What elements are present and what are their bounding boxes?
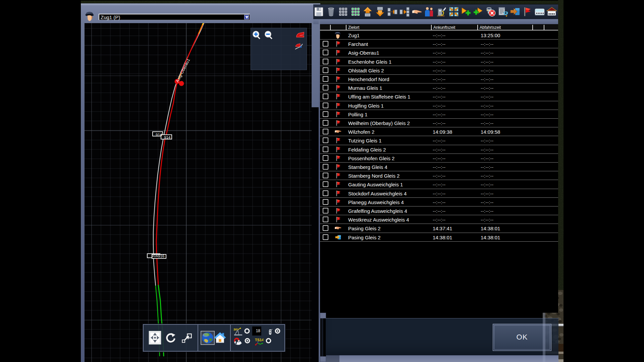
toolbar-button-add-before[interactable] [473, 6, 484, 17]
table-row[interactable]: Weilheim (Oberbay) Gleis 2--:--:----:--:… [320, 119, 558, 127]
row-checkbox[interactable] [323, 50, 328, 55]
row-checkbox[interactable] [323, 146, 328, 152]
table-row[interactable]: Henchendorf Nord--:--:----:--:-- [320, 75, 558, 83]
red-switch-icon[interactable] [296, 30, 305, 40]
red-switch-curve-icon[interactable] [294, 43, 304, 52]
toolbar-button-people[interactable] [424, 6, 434, 17]
table-row[interactable]: Zug1--:--:--13:25:00 [320, 31, 558, 40]
row-checkbox[interactable] [323, 137, 328, 143]
table-row[interactable]: Uffing am Staffelsee Gleis 1--:--:----:-… [320, 92, 558, 101]
table-row[interactable]: Ohlstadt Gleis 2--:--:----:--:-- [320, 66, 558, 75]
magnet-radio[interactable] [245, 338, 250, 344]
train-selector-dropdown-button[interactable] [244, 15, 249, 19]
table-row[interactable]: Murnau Gleis 1--:--:----:--:-- [320, 83, 558, 92]
pin-radio[interactable] [275, 328, 280, 334]
train-selector[interactable]: Zug1 (P) [99, 14, 250, 20]
zoom-in-button[interactable] [252, 31, 261, 40]
row-checkbox[interactable] [323, 190, 328, 196]
toolbar-button-couple[interactable] [387, 6, 398, 17]
row-checkbox[interactable] [323, 85, 328, 90]
dialog-scrollbar[interactable] [320, 313, 326, 362]
row-checkbox[interactable] [323, 41, 328, 47]
toolbar-button-depot[interactable] [546, 6, 557, 17]
table-row[interactable]: Polling 1--:--:----:--:-- [320, 110, 558, 119]
row-checkbox[interactable] [323, 208, 328, 214]
row-checkbox[interactable] [323, 120, 328, 126]
globe-button[interactable] [201, 331, 215, 345]
row-checkbox[interactable] [323, 173, 328, 178]
toolbar-button-grid-green[interactable] [350, 6, 361, 17]
toolbar-button-save[interactable] [313, 6, 324, 17]
row-checkbox[interactable] [323, 76, 328, 82]
track-id-label: 914 [164, 136, 170, 139]
row-checkbox[interactable] [323, 225, 328, 231]
toolbar-button-enter-depot[interactable] [510, 6, 521, 17]
scrollbar-up-button[interactable] [320, 313, 326, 318]
toolbar-button-hand[interactable] [412, 6, 422, 17]
row-checkbox[interactable] [323, 59, 328, 64]
table-row[interactable]: Starnberg Gleis 4--:--:----:--:-- [320, 163, 558, 171]
remove-train-icon [485, 6, 496, 17]
rotate-button[interactable] [165, 332, 176, 344]
toolbar-button-load-up[interactable] [362, 6, 373, 17]
destination-name: Zug1 [348, 33, 360, 38]
row-checkbox[interactable] [323, 199, 328, 205]
toolbar-button-train-side[interactable] [534, 6, 545, 17]
arrival-time: --:--:-- [433, 182, 445, 187]
destination-name: Grafelfing Ausweichgleis 4 [348, 208, 407, 214]
table-row[interactable]: Grafelfing Ausweichgleis 4--:--:----:--:… [320, 206, 558, 215]
toolbar-button-decouple[interactable] [399, 6, 410, 17]
table-row[interactable]: Feldafing Gleis 2--:--:----:--:-- [320, 145, 558, 154]
toolbar-button-expand[interactable] [448, 6, 459, 17]
table-row[interactable]: Planegg Ausweichgleis 4--:--:----:--:-- [320, 198, 558, 206]
angle-snap-radio[interactable] [244, 328, 250, 334]
table-row[interactable]: Pasing Gleis 214:37:4114:38:01 [320, 224, 558, 233]
toolbar-button-fuel[interactable] [436, 6, 447, 17]
people-icon [424, 6, 434, 17]
ts14-radio[interactable] [266, 338, 271, 344]
row-checkbox[interactable] [323, 103, 328, 108]
row-checkbox[interactable] [323, 164, 328, 170]
table-row[interactable]: Pasing Gleis 214:38:0114:38:01 [320, 233, 558, 242]
hand-icon [335, 128, 341, 135]
table-row[interactable]: Starnberg Nord Gleis 2--:--:----:--:-- [320, 171, 558, 180]
table-row[interactable]: Asig-Oberau1--:--:----:--:-- [320, 48, 558, 57]
row-checkbox[interactable] [323, 217, 328, 222]
row-checkbox[interactable] [323, 94, 328, 99]
toolbar-button-properties[interactable] [497, 6, 508, 17]
scrollbar-down-button[interactable] [320, 356, 326, 362]
toolbar-button-flag[interactable] [522, 6, 533, 17]
table-row[interactable]: Huglfing Gleis 1--:--:----:--:-- [320, 101, 558, 110]
toolbar-button-add-after[interactable] [461, 6, 471, 17]
toolbar-button-grid-white[interactable] [338, 6, 348, 17]
train-side-icon [534, 6, 545, 17]
row-checkbox[interactable] [323, 155, 328, 161]
row-checkbox[interactable] [323, 129, 328, 134]
departure-time: --:--:-- [481, 208, 493, 214]
row-checkbox[interactable] [323, 67, 328, 73]
zoom-out-button[interactable] [264, 31, 273, 40]
transform-button[interactable] [181, 332, 193, 344]
table-row[interactable]: Tutzing Gleis 1--:--:----:--:-- [320, 136, 558, 145]
toolbar-button-trash[interactable] [326, 6, 336, 17]
destination-name: Westkreuz Ausweichgleis 4 [348, 217, 409, 223]
couple-icon [387, 6, 398, 17]
table-row[interactable]: Gauting Ausweichgleis 1--:--:----:--:-- [320, 180, 558, 189]
row-checkbox[interactable] [323, 111, 328, 117]
scrollbar-track[interactable] [322, 318, 323, 356]
table-row[interactable]: Farchant--:--:----:--:-- [320, 40, 558, 48]
grid-size-input[interactable]: 18 [252, 326, 261, 336]
header-separator [346, 25, 346, 30]
table-row[interactable]: Westkreuz Ausweichgleis 4--:--:----:--:-… [320, 215, 558, 224]
table-row[interactable]: Eschenlohe Gleis 1--:--:----:--:-- [320, 57, 558, 66]
table-row[interactable]: Wilzhofen 214:09:3814:09:58 [320, 127, 558, 136]
track-map[interactable]: 914914916916Asig-Oberau1 18 [85, 23, 312, 362]
pan-button[interactable] [149, 330, 161, 345]
toolbar-button-remove-train[interactable] [485, 6, 496, 17]
table-row[interactable]: Stockdorf Ausweichgleis 4--:--:----:--:-… [320, 189, 558, 198]
table-row[interactable]: Possenhofen Gleis 2--:--:----:--:-- [320, 154, 558, 163]
row-checkbox[interactable] [323, 181, 328, 187]
toolbar-button-unload-down[interactable] [375, 6, 385, 17]
row-checkbox[interactable] [323, 234, 328, 240]
home-button[interactable] [213, 331, 227, 344]
